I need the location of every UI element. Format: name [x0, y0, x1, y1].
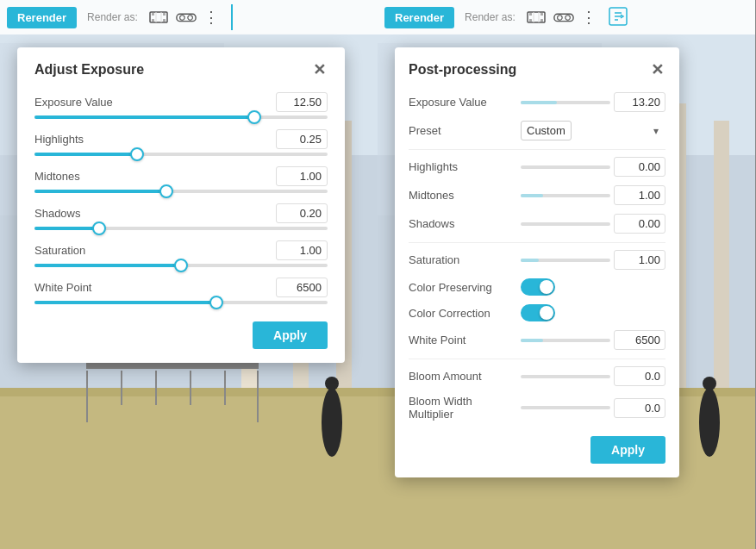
pp-shadows-label: Shadows [409, 217, 521, 230]
pp-midtones-input[interactable] [614, 185, 665, 205]
pp-white-point-row: White Point [409, 330, 665, 350]
separator-3 [409, 359, 665, 359]
pp-shadows-row: Shadows [409, 214, 665, 234]
svg-rect-19 [152, 19, 154, 22]
svg-point-42 [699, 388, 720, 457]
pp-bloom-width-label: Bloom WidthMultiplier [409, 395, 521, 421]
pp-white-point-label: White Point [409, 334, 521, 346]
film-icon[interactable] [148, 10, 169, 24]
left-rerender-button[interactable]: Rerender [7, 7, 77, 28]
svg-rect-10 [121, 371, 122, 405]
midtones-slider[interactable] [34, 190, 328, 193]
pp-bloom-amount-input[interactable] [614, 366, 665, 386]
pp-title: Post-processing [409, 62, 516, 78]
white-point-input[interactable] [276, 278, 328, 297]
svg-rect-7 [86, 362, 259, 369]
export-icon[interactable] [609, 7, 628, 26]
post-processing-dialog: Post-processing ✕ Exposure Value Preset … [395, 47, 679, 477]
exposure-slider[interactable] [34, 115, 328, 119]
svg-rect-18 [152, 13, 154, 16]
separator-2 [409, 242, 665, 243]
white-point-slider[interactable] [34, 301, 328, 304]
left-apply-button[interactable]: Apply [253, 321, 328, 349]
svg-rect-12 [190, 371, 191, 405]
pp-color-correction-row: Color Correction [409, 304, 665, 321]
svg-rect-21 [163, 19, 166, 22]
pp-midtones-slider[interactable] [521, 194, 610, 197]
svg-point-16 [325, 377, 339, 390]
pp-highlights-input[interactable] [614, 157, 665, 177]
saturation-slider[interactable] [34, 264, 328, 267]
pp-shadows-slider[interactable] [521, 222, 610, 226]
pp-color-preserving-label: Color Preserving [409, 281, 521, 294]
svg-point-52 [557, 16, 562, 21]
pp-highlights-row: Highlights [409, 157, 665, 177]
pp-saturation-label: Saturation [409, 253, 521, 266]
pp-preset-row: Preset Custom [409, 121, 665, 140]
highlights-input[interactable] [276, 129, 328, 149]
shadows-row: Shadows [34, 203, 328, 223]
pp-color-preserving-toggle[interactable] [521, 278, 555, 296]
midtones-input[interactable] [276, 166, 328, 186]
svg-rect-5 [0, 388, 378, 549]
pp-bloom-amount-label: Bloom Amount [409, 370, 521, 383]
shadows-label: Shadows [34, 207, 80, 220]
pp-bloom-width-input[interactable] [614, 398, 665, 418]
right-render-as-label: Render as: [465, 11, 515, 23]
right-apply-button[interactable]: Apply [590, 436, 665, 464]
highlights-slider[interactable] [34, 153, 328, 156]
pp-white-point-input[interactable] [614, 330, 665, 350]
pp-color-correction-toggle[interactable] [521, 304, 555, 321]
pp-exposure-label: Exposure Value [409, 96, 521, 109]
separator-1 [409, 149, 665, 150]
more-options-icon[interactable]: ⋮ [203, 10, 221, 24]
pp-preset-label: Preset [409, 124, 521, 137]
pp-saturation-input[interactable] [614, 250, 665, 270]
right-toolbar: Rerender Render as: [378, 0, 755, 34]
adjust-exposure-dialog: Adjust Exposure ✕ Exposure Value Highlig… [17, 47, 345, 363]
pp-bloom-amount-row: Bloom Amount [409, 366, 665, 386]
svg-rect-45 [529, 13, 532, 16]
white-point-label: White Point [34, 281, 91, 294]
left-toolbar-icons: ⋮ [148, 10, 221, 24]
pp-bloom-amount-slider[interactable] [521, 375, 610, 378]
right-rerender-button[interactable]: Rerender [384, 7, 454, 28]
pp-shadows-input[interactable] [614, 214, 665, 234]
right-vr-icon[interactable] [553, 10, 574, 24]
shadows-slider[interactable] [34, 227, 328, 230]
pp-preset-select[interactable]: Custom [521, 121, 572, 140]
pp-saturation-slider[interactable] [521, 259, 610, 262]
svg-rect-9 [257, 371, 259, 422]
pp-title-row: Post-processing ✕ [409, 61, 665, 78]
pp-exposure-slider[interactable] [521, 101, 610, 104]
midtones-row: Midtones [34, 166, 328, 186]
highlights-row: Highlights [34, 129, 328, 149]
close-button[interactable]: ✕ [310, 61, 328, 78]
left-panel: Rerender Render as: [0, 0, 378, 549]
right-film-icon[interactable] [526, 10, 547, 24]
exposure-value-input[interactable] [276, 92, 328, 112]
pp-white-point-slider[interactable] [521, 339, 610, 342]
svg-rect-47 [540, 13, 543, 16]
pp-bloom-width-slider[interactable] [521, 406, 610, 409]
pp-color-correction-label: Color Correction [409, 307, 521, 320]
pp-midtones-label: Midtones [409, 189, 521, 202]
pp-highlights-label: Highlights [409, 160, 521, 173]
white-point-row: White Point [34, 278, 328, 297]
vr-icon[interactable] [176, 10, 197, 24]
left-render-as-label: Render as: [87, 11, 138, 23]
right-more-options-icon[interactable]: ⋮ [581, 10, 598, 24]
left-toolbar: Rerender Render as: [0, 0, 378, 34]
pp-exposure-input[interactable] [614, 92, 665, 112]
svg-rect-11 [155, 371, 157, 405]
pp-color-preserving-row: Color Preserving [409, 278, 665, 296]
saturation-label: Saturation [34, 244, 85, 257]
pp-highlights-slider[interactable] [521, 165, 610, 169]
pp-close-button[interactable]: ✕ [648, 61, 665, 78]
svg-point-26 [188, 16, 193, 21]
svg-point-15 [322, 388, 342, 457]
shadows-input[interactable] [276, 203, 328, 223]
adjust-exposure-title: Adjust Exposure [34, 62, 144, 78]
svg-point-43 [703, 377, 716, 390]
saturation-input[interactable] [276, 240, 328, 260]
